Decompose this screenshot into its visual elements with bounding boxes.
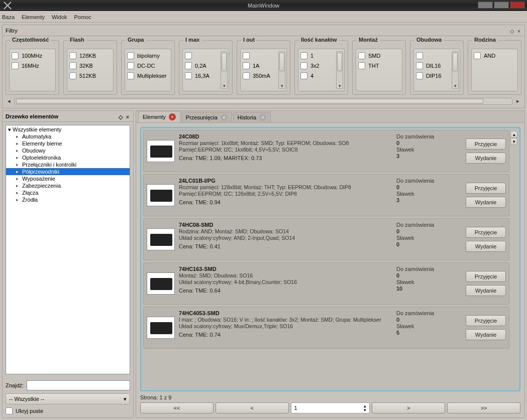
filter-checkbox[interactable] [12,62,19,69]
hscrollbar[interactable] [15,98,512,105]
filter-checkbox[interactable] [416,62,423,69]
close-icon[interactable]: × [125,114,130,119]
menu-pomoc[interactable]: Pomoc [74,14,91,20]
pager-page[interactable]: 1 ▴▾ [291,402,370,413]
tab[interactable]: Historia× [233,112,271,122]
filter-group: RodzinaAND [468,40,521,95]
undock-icon[interactable]: ◇ [509,28,514,33]
filter-group: ObudowaDIL16DIP16▾ [410,40,464,95]
category-combo[interactable]: -- Wszystkie -- ▾ [6,393,130,404]
tree-item[interactable]: ▸Obudowy [6,147,130,154]
filter-checkbox[interactable] [185,72,192,79]
receive-button[interactable]: Przyjęcie [466,183,506,194]
list-scrollbar[interactable]: ▴ ▾ [510,131,517,387]
filter-option-label: bipolarny [137,53,160,59]
hide-empty-label: Ukryj puste [16,408,43,414]
minimize-button[interactable] [478,2,493,9]
tab-close-icon[interactable]: × [221,114,228,121]
filter-checkbox[interactable] [358,52,365,59]
order-label: Do zamówienia [396,178,462,184]
filter-checkbox[interactable] [69,62,76,69]
tab-close-icon[interactable]: × [169,113,176,120]
filter-checkbox[interactable] [127,72,134,79]
hscroll-left[interactable]: ◂ [6,98,13,105]
filter-checkbox[interactable] [185,62,192,69]
filter-group-title: Grupa [126,37,146,43]
filter-option-label: 3x2 [310,63,320,69]
tree-item[interactable]: ▸Zabezpieczenia [6,182,130,189]
tree-item[interactable]: ▸Optoelektronika [6,154,130,161]
order-label: Do zamówienia [396,133,462,139]
tree-item[interactable]: ▸Automatyka [6,133,130,140]
filter-group: Ilość kanałów13x24▾ [294,40,348,95]
menu-baza[interactable]: Baza [2,14,15,20]
scroll-up-icon[interactable]: ▴ [510,131,517,138]
issue-button[interactable]: Wydanie [466,329,506,340]
filter-checkbox[interactable] [243,62,250,69]
filter-scrollbar[interactable]: ▾ [221,51,228,89]
filter-checkbox[interactable] [300,52,307,59]
filter-checkbox[interactable] [243,72,250,79]
filter-group-title: I max [183,37,201,43]
pager-first[interactable]: << [140,402,214,413]
item-card[interactable]: 74HC4053-SMDI max: ; Obudowa: SO16; V in… [143,307,509,349]
tree-item[interactable]: ▸Przełączniki i kontrolki [6,161,130,168]
filter-scrollbar[interactable]: ▾ [336,51,343,89]
maximize-button[interactable] [494,2,509,9]
receive-button[interactable]: Przyjęcie [466,271,506,282]
menu-elementy[interactable]: Elementy [22,14,45,20]
tree-root[interactable]: ▾ Wszystkie elementy [6,126,130,133]
undock-icon[interactable]: ◇ [118,114,123,119]
issue-button[interactable]: Wydanie [466,241,506,252]
pager-last[interactable]: >> [447,402,520,413]
filter-checkbox[interactable] [416,72,423,79]
issue-button[interactable]: Wydanie [466,153,506,164]
filter-scrollbar[interactable]: ▾ [278,51,285,89]
tree-item[interactable]: ▸Elementy bierne [6,140,130,147]
filter-checkbox[interactable] [69,72,76,79]
find-input[interactable] [27,380,130,390]
stock-qty: 10 [396,286,462,292]
stepper-icon[interactable]: ▴▾ [364,404,366,412]
item-card[interactable]: 74HC08-SMDRodzina: AND; Montaż: SMD; Obu… [143,218,509,260]
filter-checkbox[interactable] [300,72,307,79]
close-icon[interactable]: × [516,28,521,33]
receive-button[interactable]: Przyjęcie [466,227,506,238]
filter-checkbox[interactable] [127,62,134,69]
tree-item[interactable]: ▸Źródła [6,196,130,203]
pager-next[interactable]: > [372,402,445,413]
tab-close-icon[interactable]: × [259,114,266,121]
filter-checkbox[interactable] [185,52,192,59]
hscroll-right[interactable]: ▸ [514,98,521,105]
pager-prev[interactable]: < [216,402,289,413]
hide-empty-checkbox[interactable] [6,407,13,414]
filter-checkbox[interactable] [474,52,481,59]
tree-item[interactable]: ▸Półprzewodniki [6,168,130,175]
filter-checkbox[interactable] [300,62,307,69]
item-card[interactable]: 24LC01B-I/PGRozmiar pamięci: 128x8bit; M… [143,174,509,216]
filter-checkbox[interactable] [416,52,423,59]
issue-button[interactable]: Wydanie [466,285,506,296]
filter-checkbox[interactable] [358,62,365,69]
filter-checkbox[interactable] [127,52,134,59]
filter-checkbox[interactable] [12,52,19,59]
filter-scrollbar[interactable]: ▾ [452,51,459,89]
receive-button[interactable]: Przyjęcie [466,138,506,150]
issue-button[interactable]: Wydanie [466,197,506,208]
tree-item[interactable]: ▸Wyposażenie [6,175,130,182]
item-card[interactable]: 24C08DRozmiar pamięci: 1kx8bit; Montaż: … [143,130,509,172]
tab-label: Przesunięcia [186,114,218,120]
tab[interactable]: Przesunięcia× [181,112,232,122]
item-desc: Układ scalony:cyfrowy; 4-bit,Binary,Coun… [179,279,392,285]
menu-widok[interactable]: Widok [52,14,67,20]
close-button[interactable] [510,2,525,9]
item-card[interactable]: 74HC163-SMDMontaż: SMD; Obudowa: SO16Ukł… [143,262,509,305]
filter-checkbox[interactable] [243,52,250,59]
item-title: 24LC01B-I/PG [179,178,392,184]
order-qty: 0 [396,184,462,190]
receive-button[interactable]: Przyjęcie [466,315,506,326]
tab[interactable]: Elementy× [138,111,180,122]
filter-option-label: 512KB [79,73,96,79]
filter-checkbox[interactable] [69,52,76,59]
tree-item[interactable]: ▸Złącza [6,189,130,196]
